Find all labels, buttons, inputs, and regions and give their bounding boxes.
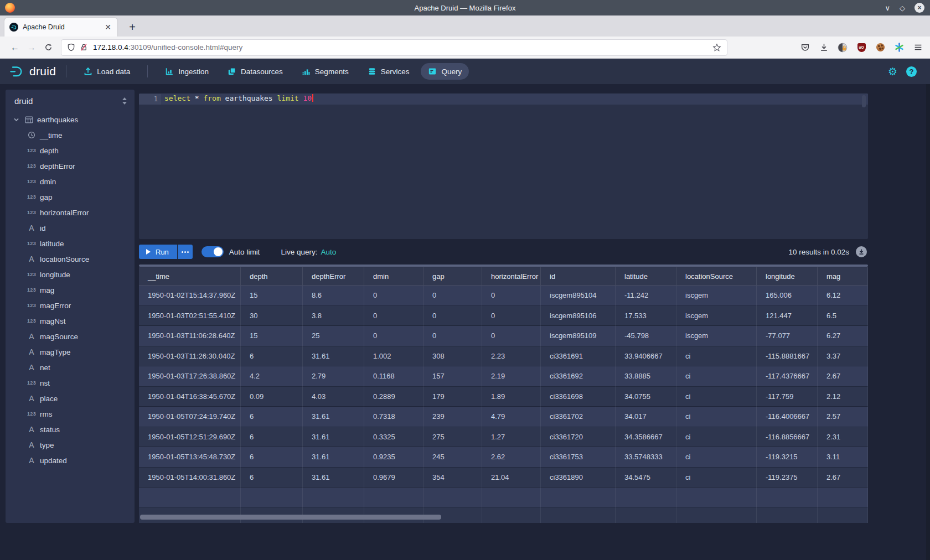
cell[interactable]: 2.57: [818, 407, 868, 427]
window-maximize-button[interactable]: ◇: [900, 4, 905, 12]
nav-item-load-data[interactable]: Load data: [76, 63, 137, 80]
sidebar-column-rms[interactable]: 123rms: [6, 406, 135, 422]
cell[interactable]: [757, 508, 818, 523]
cell[interactable]: 0.2889: [364, 387, 423, 407]
cell[interactable]: ci3361691: [541, 346, 616, 367]
nav-item-segments[interactable]: Segments: [294, 63, 356, 80]
cell[interactable]: 17.533: [616, 306, 676, 326]
cell[interactable]: 179: [423, 387, 482, 407]
cell[interactable]: iscgem: [676, 306, 757, 326]
cell[interactable]: ci3361890: [541, 468, 616, 488]
cell[interactable]: 6.27: [818, 326, 868, 346]
sidebar-column-status[interactable]: Astatus: [6, 422, 135, 437]
horizontal-scrollbar-thumb[interactable]: [140, 515, 441, 520]
cell[interactable]: -115.8881667: [757, 346, 818, 367]
cell[interactable]: 1950-01-05T12:51:29.690Z: [139, 427, 241, 448]
cell[interactable]: 245: [423, 447, 482, 468]
cell[interactable]: 275: [423, 427, 482, 448]
downloads-icon[interactable]: [818, 42, 829, 53]
cell[interactable]: ci3361692: [541, 366, 616, 387]
panel-splitter[interactable]: [139, 265, 868, 267]
live-query-value[interactable]: Auto: [321, 248, 336, 256]
cell[interactable]: 2.31: [818, 427, 868, 448]
sidebar-column-horizontalError[interactable]: 123horizontalError: [6, 205, 135, 220]
cell[interactable]: 0.1168: [364, 366, 423, 387]
cell[interactable]: -77.077: [757, 326, 818, 346]
editor-scrollbar-thumb[interactable]: [862, 95, 866, 107]
nav-item-query[interactable]: Query: [421, 63, 469, 80]
column-header-__time[interactable]: __time: [139, 267, 241, 286]
cell[interactable]: 0: [364, 306, 423, 326]
window-close-button[interactable]: ×: [914, 3, 924, 13]
cell[interactable]: iscgem895109: [541, 326, 616, 346]
cell[interactable]: 4.79: [482, 407, 541, 427]
cell[interactable]: [541, 488, 616, 508]
cell[interactable]: ci3361702: [541, 407, 616, 427]
cell[interactable]: 6: [241, 346, 303, 367]
new-tab-button[interactable]: +: [125, 20, 140, 34]
cell[interactable]: ci: [676, 387, 757, 407]
nav-item-ingestion[interactable]: Ingestion: [158, 63, 216, 80]
cell[interactable]: [364, 488, 423, 508]
cell[interactable]: 2.62: [482, 447, 541, 468]
schema-name[interactable]: druid: [14, 96, 122, 106]
download-results-icon[interactable]: [856, 246, 867, 257]
cell[interactable]: 1950-01-02T15:14:37.960Z: [139, 286, 241, 306]
url-bar[interactable]: 172.18.0.4:30109/unified-console.html#qu…: [61, 39, 727, 56]
cell[interactable]: 0.9235: [364, 447, 423, 468]
cell[interactable]: 33.5748333: [616, 447, 676, 468]
sidebar-column-latitude[interactable]: 123latitude: [6, 236, 135, 251]
shield-icon[interactable]: [67, 43, 75, 51]
cell[interactable]: [818, 488, 868, 508]
cell[interactable]: ci: [676, 447, 757, 468]
nav-item-datasources[interactable]: Datasources: [220, 63, 290, 80]
cell[interactable]: 34.017: [616, 407, 676, 427]
sidebar-column-depthError[interactable]: 123depthError: [6, 158, 135, 174]
column-header-locationSource[interactable]: locationSource: [676, 267, 757, 286]
cell[interactable]: 31.61: [303, 407, 364, 427]
cell[interactable]: 33.8885: [616, 366, 676, 387]
sidebar-column-id[interactable]: Aid: [6, 220, 135, 236]
cell[interactable]: 1950-01-03T11:26:30.040Z: [139, 346, 241, 367]
sidebar-column-type[interactable]: Atype: [6, 437, 135, 453]
cell[interactable]: 0: [482, 326, 541, 346]
cell[interactable]: 1.89: [482, 387, 541, 407]
cell[interactable]: 1950-01-05T07:24:19.740Z: [139, 407, 241, 427]
cell[interactable]: iscgem895106: [541, 306, 616, 326]
cell[interactable]: 1.002: [364, 346, 423, 367]
cell[interactable]: [757, 488, 818, 508]
nav-item-services[interactable]: Services: [360, 63, 417, 80]
cell[interactable]: 239: [423, 407, 482, 427]
cell[interactable]: 1950-01-03T11:06:28.640Z: [139, 326, 241, 346]
cell[interactable]: [616, 488, 676, 508]
forward-button[interactable]: →: [23, 40, 40, 55]
page-scrollbar[interactable]: [926, 84, 930, 560]
cell[interactable]: 2.79: [303, 366, 364, 387]
reload-button[interactable]: [40, 40, 56, 55]
cell[interactable]: [482, 508, 541, 523]
cookie-extension-icon[interactable]: [875, 42, 886, 53]
cell[interactable]: 0: [482, 306, 541, 326]
sidebar-column-depth[interactable]: 123depth: [6, 143, 135, 158]
cell[interactable]: -119.2375: [757, 468, 818, 488]
cell[interactable]: 15: [241, 286, 303, 306]
cell[interactable]: [676, 488, 757, 508]
cell[interactable]: 3.8: [303, 306, 364, 326]
sidebar-column-nst[interactable]: 123nst: [6, 375, 135, 391]
run-button[interactable]: Run: [139, 245, 177, 259]
cell[interactable]: 34.5475: [616, 468, 676, 488]
cell[interactable]: ci: [676, 427, 757, 448]
cell[interactable]: 34.0755: [616, 387, 676, 407]
cell[interactable]: iscgem: [676, 286, 757, 306]
sidebar-column-magSource[interactable]: AmagSource: [6, 329, 135, 344]
cell[interactable]: [541, 508, 616, 523]
cell[interactable]: 15: [241, 326, 303, 346]
chevron-down-icon[interactable]: [13, 117, 21, 123]
cell[interactable]: 31.61: [303, 427, 364, 448]
auto-limit-toggle[interactable]: [202, 246, 224, 257]
menu-hamburger-icon[interactable]: [912, 42, 923, 53]
cell[interactable]: -119.3215: [757, 447, 818, 468]
run-more-button[interactable]: [178, 245, 193, 259]
cell[interactable]: 4.2: [241, 366, 303, 387]
cell[interactable]: 1950-01-04T16:38:45.670Z: [139, 387, 241, 407]
